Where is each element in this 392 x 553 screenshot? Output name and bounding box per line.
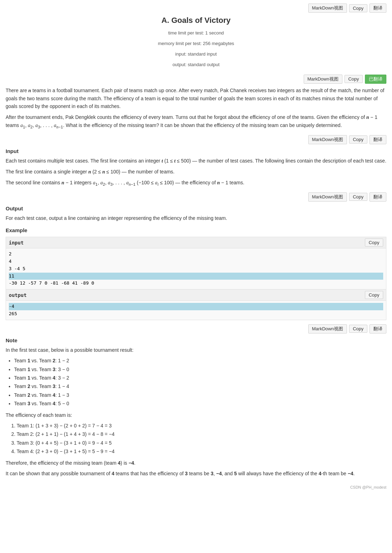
markdown-view-btn-3[interactable]: MarkDown视图 — [308, 135, 347, 144]
conclusion2: It can be shown that any possible tourna… — [6, 470, 386, 477]
output-type: output: standard output — [6, 61, 386, 69]
list-item: Team 2 vs. Team 4: 1 − 3 — [14, 391, 386, 399]
list-item: Team 2 vs. Team 3: 1 − 4 — [14, 382, 386, 390]
list-item: Team 1 vs. Team 2: 1 − 2 — [14, 357, 386, 364]
statement-para1: There are n teams in a football tourname… — [6, 87, 386, 110]
input-para2: The first line contains a single integer… — [6, 168, 386, 176]
output-para1: For each test case, output a line contai… — [6, 214, 386, 222]
output-title: Output — [6, 204, 386, 213]
translate-btn-4[interactable]: 翻译 — [369, 192, 386, 202]
output-section: Output For each test case, output a line… — [6, 204, 386, 222]
copy-btn-5[interactable]: Copy — [349, 325, 367, 333]
toolbar-top: MarkDown视图 Copy 翻译 — [6, 4, 386, 13]
memory-limit: memory limit per test: 256 megabytes — [6, 40, 386, 47]
input-code-header: input Copy — [6, 237, 386, 248]
output-code-body: -4 265 — [6, 301, 386, 320]
list-item: 4. Team 4: (2 + 3 + 0) − (3 + 1 + 5) = 5… — [11, 447, 386, 455]
markdown-view-btn-5[interactable]: MarkDown视图 — [308, 324, 347, 333]
copy-btn-2[interactable]: Copy — [344, 75, 363, 83]
list-item: 1. Team 1: (1 + 3 + 3) − (2 + 0 + 2) = 7… — [11, 422, 386, 430]
footer-credit: CSDN @PH_modest — [6, 484, 386, 491]
toolbar-note: MarkDown视图 Copy 翻译 — [6, 324, 386, 333]
problem-header: A. Goals of Victory time limit per test:… — [6, 14, 386, 69]
note-section: Note In the first test case, below is a … — [6, 336, 386, 477]
note-title: Note — [6, 336, 386, 345]
toolbar-output: MarkDown视图 Copy 翻译 — [6, 192, 386, 202]
input-code-body: 2 4 3 -4 5 11-30 12 -57 7 0 -81 -68 41 -… — [6, 248, 386, 289]
copy-btn-4[interactable]: Copy — [349, 193, 367, 201]
markdown-view-btn-1[interactable]: MarkDown视图 — [308, 4, 347, 13]
problem-title: A. Goals of Victory — [6, 14, 386, 26]
input-title: Input — [6, 147, 386, 155]
input-type: input: standard input — [6, 50, 386, 58]
toolbar-statement: MarkDown视图 Copy 已翻译 — [6, 75, 386, 84]
problem-statement: There are n teams in a football tourname… — [6, 87, 386, 131]
list-item: Team 1 vs. Team 3: 3 − 0 — [14, 366, 386, 373]
input-line-highlight: 11 — [9, 273, 383, 280]
input-line-1: 2 4 3 -4 5 — [9, 251, 25, 271]
output-code-header: output Copy — [6, 290, 386, 301]
translated-btn-2[interactable]: 已翻译 — [365, 75, 386, 84]
input-para3: The second line contains n − 1 integers … — [6, 179, 386, 188]
statement-para2: After the tournament ends, Pak Dengklek … — [6, 113, 386, 131]
time-limit: time limit per test: 1 second — [6, 29, 386, 37]
translate-btn-1[interactable]: 翻译 — [369, 4, 386, 13]
input-line-2: -30 12 -57 7 0 -81 -68 41 -89 0 — [9, 280, 94, 286]
output-line-1: -4 — [9, 303, 383, 310]
input-section: Input Each test contains multiple test c… — [6, 147, 386, 188]
output-code-block: output Copy -4 265 — [6, 290, 386, 320]
list-item: 3. Team 3: (0 + 4 + 5) − (3 + 1 + 0) = 9… — [11, 439, 386, 447]
example-title: Example — [6, 226, 386, 235]
list-item: Team 3 vs. Team 4: 5 − 0 — [14, 400, 386, 407]
output-copy-btn[interactable]: Copy — [365, 291, 383, 299]
input-copy-btn[interactable]: Copy — [365, 239, 383, 247]
conclusion1: Therefore, the efficiency of the missing… — [6, 459, 386, 467]
toolbar-input: MarkDown视图 Copy 翻译 — [6, 135, 386, 144]
copy-btn-1[interactable]: Copy — [349, 4, 367, 12]
markdown-view-btn-2[interactable]: MarkDown视图 — [304, 75, 342, 84]
example-section: Example input Copy 2 4 3 -4 5 11-30 12 -… — [6, 226, 386, 320]
efficiency-list: 1. Team 1: (1 + 3 + 3) − (2 + 0 + 2) = 7… — [6, 422, 386, 456]
efficiency-intro: The efficiency of each team is: — [6, 411, 386, 419]
output-label: output — [9, 291, 27, 299]
list-item: 2. Team 2: (2 + 1 + 1) − (1 + 4 + 3) = 4… — [11, 430, 386, 438]
input-label: input — [9, 239, 24, 247]
output-line-2: 265 — [9, 311, 17, 316]
copy-btn-3[interactable]: Copy — [349, 135, 367, 144]
match-list: Team 1 vs. Team 2: 1 − 2 Team 1 vs. Team… — [6, 357, 386, 407]
note-intro: In the first test case, below is a possi… — [6, 346, 386, 354]
input-code-block: input Copy 2 4 3 -4 5 11-30 12 -57 7 0 -… — [6, 237, 386, 290]
list-item: Team 1 vs. Team 4: 3 − 2 — [14, 374, 386, 382]
markdown-view-btn-4[interactable]: MarkDown视图 — [308, 192, 347, 202]
translate-btn-5[interactable]: 翻译 — [369, 324, 386, 333]
translate-btn-3[interactable]: 翻译 — [369, 135, 386, 144]
input-para1: Each test contains multiple test cases. … — [6, 157, 386, 165]
